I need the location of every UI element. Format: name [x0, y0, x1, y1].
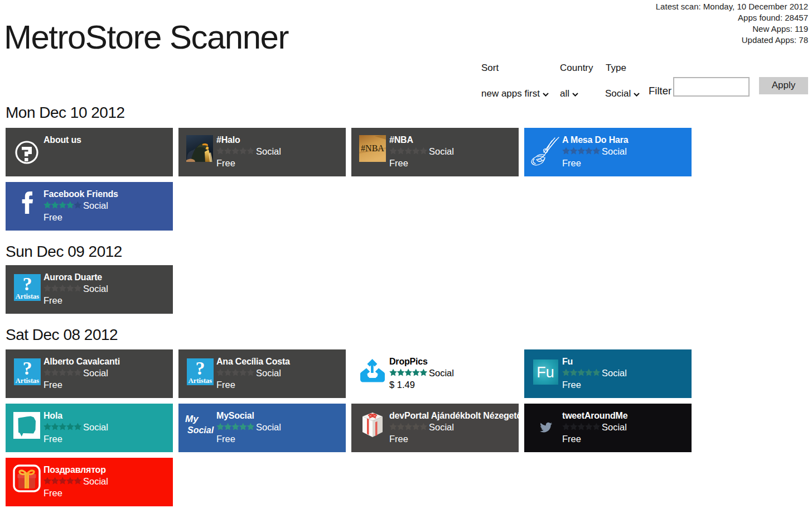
svg-text:#NBA: #NBA	[361, 143, 384, 153]
svg-text:Fu: Fu	[536, 364, 554, 381]
svg-text:?: ?	[23, 358, 32, 378]
svg-text:Artistas: Artistas	[16, 293, 39, 300]
svg-text:Artistas: Artistas	[188, 377, 212, 385]
svg-text:?: ?	[196, 358, 205, 378]
svg-text:Artistas: Artistas	[16, 377, 39, 385]
svg-text:My: My	[185, 414, 199, 424]
svg-text:Social: Social	[187, 425, 214, 435]
svg-text:?: ?	[23, 274, 32, 294]
